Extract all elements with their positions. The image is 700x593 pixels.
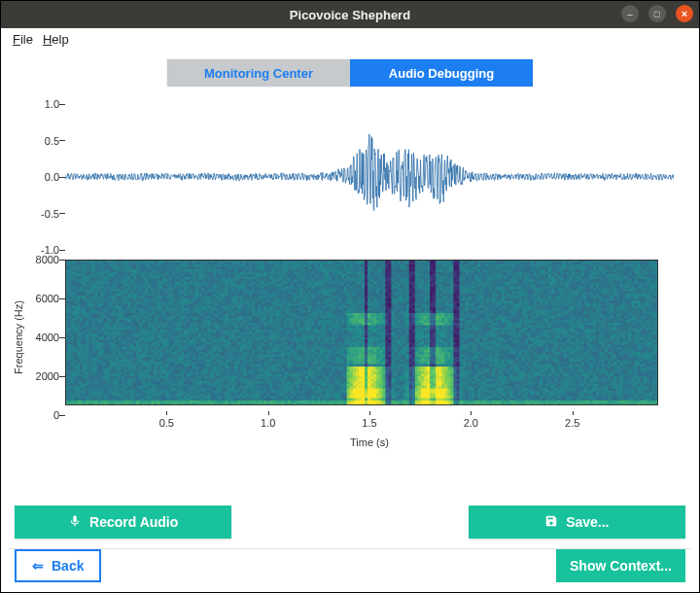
spectrogram-ytick: 2000 xyxy=(22,370,59,382)
window-controls: – ▢ × xyxy=(621,5,693,22)
time-axis-label: Time (s) xyxy=(65,436,674,448)
microphone-icon xyxy=(68,514,82,531)
time-axis-tick: 1.5 xyxy=(362,417,376,429)
spectrogram-ytick: 4000 xyxy=(22,331,59,343)
tab-monitoring[interactable]: Monitoring Center xyxy=(167,59,350,87)
spectrogram-ytick: 8000 xyxy=(22,254,59,265)
menu-file[interactable]: File xyxy=(11,30,35,49)
spectrogram-canvas xyxy=(65,260,658,405)
app-window: Picovoice Shepherd – ▢ × File Help Monit… xyxy=(0,0,700,593)
plots-panel: -1.0-0.50.00.51.0 Frequency (Hz) 0200040… xyxy=(9,98,691,500)
time-axis-tick: 1.0 xyxy=(261,417,275,429)
record-audio-label: Record Audio xyxy=(89,514,178,530)
menu-help[interactable]: Help xyxy=(41,30,71,49)
waveform-canvas xyxy=(65,104,674,250)
waveform-ytick: 1.0 xyxy=(22,98,59,110)
minimize-icon: – xyxy=(627,9,633,19)
arrow-left-icon: ⇐ xyxy=(32,558,44,574)
spectrogram-ytick: 6000 xyxy=(22,293,59,304)
window-title: Picovoice Shepherd xyxy=(290,8,410,22)
waveform-ytick: -0.5 xyxy=(22,208,59,220)
record-audio-button[interactable]: Record Audio xyxy=(15,506,231,539)
minimize-button[interactable]: – xyxy=(621,5,639,22)
maximize-icon: ▢ xyxy=(653,10,661,18)
bottom-bar: ⇐ Back Show Context... xyxy=(9,548,691,584)
close-icon: × xyxy=(682,8,687,19)
back-button[interactable]: ⇐ Back xyxy=(15,549,101,582)
spectrogram-plot: Frequency (Hz) 02000400060008000 xyxy=(65,260,674,415)
time-axis: Time (s) 0.51.01.52.02.5 xyxy=(65,415,674,448)
spectrogram-ytick: 0 xyxy=(22,409,59,421)
show-context-label: Show Context... xyxy=(570,558,672,574)
waveform-ytick: 0.5 xyxy=(22,135,59,147)
content-area: Monitoring Center Audio Debugging -1.0-0… xyxy=(1,52,699,592)
time-axis-tick: 0.5 xyxy=(159,417,174,429)
show-context-button[interactable]: Show Context... xyxy=(556,549,685,582)
back-label: Back xyxy=(52,558,84,574)
save-button[interactable]: Save... xyxy=(469,506,685,539)
tab-debugging[interactable]: Audio Debugging xyxy=(350,59,533,87)
waveform-ytick: 0.0 xyxy=(22,171,59,183)
save-icon xyxy=(544,514,558,531)
waveform-plot: -1.0-0.50.00.51.0 xyxy=(65,104,674,250)
time-axis-tick: 2.0 xyxy=(464,417,478,429)
tabs: Monitoring Center Audio Debugging xyxy=(9,59,691,87)
save-label: Save... xyxy=(566,514,609,530)
time-axis-tick: 2.5 xyxy=(565,417,579,429)
titlebar: Picovoice Shepherd – ▢ × xyxy=(1,1,699,28)
menubar: File Help xyxy=(1,28,699,52)
close-button[interactable]: × xyxy=(676,5,693,22)
maximize-button[interactable]: ▢ xyxy=(648,5,666,22)
action-buttons: Record Audio Save... xyxy=(9,500,691,548)
